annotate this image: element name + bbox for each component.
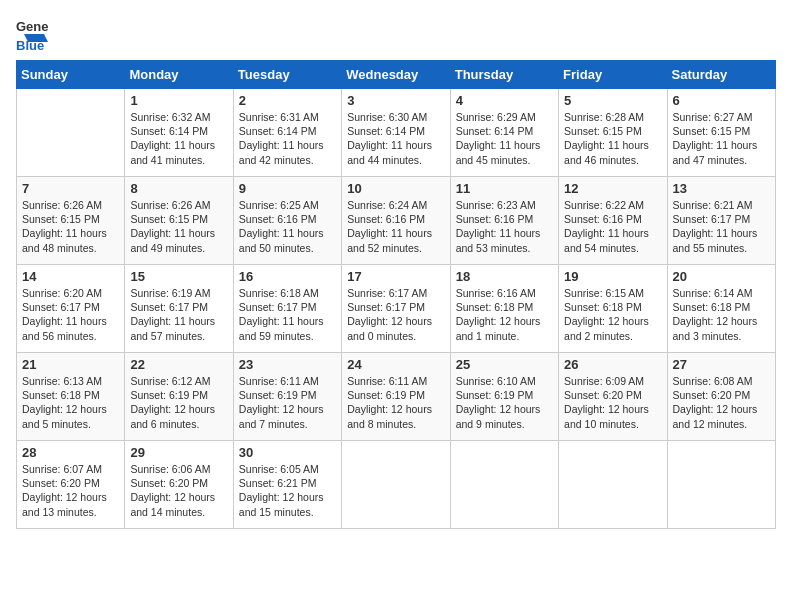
day-number: 14 bbox=[22, 269, 119, 284]
calendar-cell: 23Sunrise: 6:11 AM Sunset: 6:19 PM Dayli… bbox=[233, 353, 341, 441]
calendar-week-2: 7Sunrise: 6:26 AM Sunset: 6:15 PM Daylig… bbox=[17, 177, 776, 265]
day-number: 13 bbox=[673, 181, 770, 196]
day-info: Sunrise: 6:23 AM Sunset: 6:16 PM Dayligh… bbox=[456, 198, 553, 255]
day-info: Sunrise: 6:29 AM Sunset: 6:14 PM Dayligh… bbox=[456, 110, 553, 167]
calendar-cell: 30Sunrise: 6:05 AM Sunset: 6:21 PM Dayli… bbox=[233, 441, 341, 529]
day-info: Sunrise: 6:13 AM Sunset: 6:18 PM Dayligh… bbox=[22, 374, 119, 431]
day-info: Sunrise: 6:12 AM Sunset: 6:19 PM Dayligh… bbox=[130, 374, 227, 431]
calendar-body: 1Sunrise: 6:32 AM Sunset: 6:14 PM Daylig… bbox=[17, 89, 776, 529]
day-info: Sunrise: 6:14 AM Sunset: 6:18 PM Dayligh… bbox=[673, 286, 770, 343]
calendar-cell: 17Sunrise: 6:17 AM Sunset: 6:17 PM Dayli… bbox=[342, 265, 450, 353]
day-info: Sunrise: 6:19 AM Sunset: 6:17 PM Dayligh… bbox=[130, 286, 227, 343]
day-info: Sunrise: 6:26 AM Sunset: 6:15 PM Dayligh… bbox=[22, 198, 119, 255]
day-number: 15 bbox=[130, 269, 227, 284]
calendar-cell: 18Sunrise: 6:16 AM Sunset: 6:18 PM Dayli… bbox=[450, 265, 558, 353]
day-info: Sunrise: 6:11 AM Sunset: 6:19 PM Dayligh… bbox=[239, 374, 336, 431]
header-row: SundayMondayTuesdayWednesdayThursdayFrid… bbox=[17, 61, 776, 89]
calendar-cell: 13Sunrise: 6:21 AM Sunset: 6:17 PM Dayli… bbox=[667, 177, 775, 265]
logo: General Blue bbox=[16, 16, 48, 52]
day-info: Sunrise: 6:25 AM Sunset: 6:16 PM Dayligh… bbox=[239, 198, 336, 255]
calendar-cell bbox=[667, 441, 775, 529]
calendar-cell: 29Sunrise: 6:06 AM Sunset: 6:20 PM Dayli… bbox=[125, 441, 233, 529]
calendar-cell: 7Sunrise: 6:26 AM Sunset: 6:15 PM Daylig… bbox=[17, 177, 125, 265]
day-info: Sunrise: 6:17 AM Sunset: 6:17 PM Dayligh… bbox=[347, 286, 444, 343]
calendar-cell: 19Sunrise: 6:15 AM Sunset: 6:18 PM Dayli… bbox=[559, 265, 667, 353]
day-info: Sunrise: 6:22 AM Sunset: 6:16 PM Dayligh… bbox=[564, 198, 661, 255]
calendar-cell: 16Sunrise: 6:18 AM Sunset: 6:17 PM Dayli… bbox=[233, 265, 341, 353]
calendar-cell: 24Sunrise: 6:11 AM Sunset: 6:19 PM Dayli… bbox=[342, 353, 450, 441]
calendar-cell bbox=[450, 441, 558, 529]
day-number: 22 bbox=[130, 357, 227, 372]
day-number: 3 bbox=[347, 93, 444, 108]
day-number: 6 bbox=[673, 93, 770, 108]
calendar-cell: 2Sunrise: 6:31 AM Sunset: 6:14 PM Daylig… bbox=[233, 89, 341, 177]
day-info: Sunrise: 6:08 AM Sunset: 6:20 PM Dayligh… bbox=[673, 374, 770, 431]
calendar-cell: 10Sunrise: 6:24 AM Sunset: 6:16 PM Dayli… bbox=[342, 177, 450, 265]
day-info: Sunrise: 6:26 AM Sunset: 6:15 PM Dayligh… bbox=[130, 198, 227, 255]
day-number: 20 bbox=[673, 269, 770, 284]
calendar-cell: 21Sunrise: 6:13 AM Sunset: 6:18 PM Dayli… bbox=[17, 353, 125, 441]
calendar-cell: 25Sunrise: 6:10 AM Sunset: 6:19 PM Dayli… bbox=[450, 353, 558, 441]
day-number: 2 bbox=[239, 93, 336, 108]
day-number: 28 bbox=[22, 445, 119, 460]
day-info: Sunrise: 6:31 AM Sunset: 6:14 PM Dayligh… bbox=[239, 110, 336, 167]
day-info: Sunrise: 6:10 AM Sunset: 6:19 PM Dayligh… bbox=[456, 374, 553, 431]
svg-text:General: General bbox=[16, 19, 48, 34]
svg-text:Blue: Blue bbox=[16, 38, 44, 52]
day-number: 23 bbox=[239, 357, 336, 372]
day-info: Sunrise: 6:07 AM Sunset: 6:20 PM Dayligh… bbox=[22, 462, 119, 519]
calendar-cell: 6Sunrise: 6:27 AM Sunset: 6:15 PM Daylig… bbox=[667, 89, 775, 177]
day-info: Sunrise: 6:30 AM Sunset: 6:14 PM Dayligh… bbox=[347, 110, 444, 167]
calendar-cell: 15Sunrise: 6:19 AM Sunset: 6:17 PM Dayli… bbox=[125, 265, 233, 353]
day-number: 11 bbox=[456, 181, 553, 196]
day-number: 10 bbox=[347, 181, 444, 196]
calendar-cell: 27Sunrise: 6:08 AM Sunset: 6:20 PM Dayli… bbox=[667, 353, 775, 441]
calendar-cell: 8Sunrise: 6:26 AM Sunset: 6:15 PM Daylig… bbox=[125, 177, 233, 265]
day-number: 18 bbox=[456, 269, 553, 284]
day-number: 16 bbox=[239, 269, 336, 284]
day-number: 8 bbox=[130, 181, 227, 196]
header-cell-thursday: Thursday bbox=[450, 61, 558, 89]
calendar-cell: 1Sunrise: 6:32 AM Sunset: 6:14 PM Daylig… bbox=[125, 89, 233, 177]
day-info: Sunrise: 6:05 AM Sunset: 6:21 PM Dayligh… bbox=[239, 462, 336, 519]
calendar-week-1: 1Sunrise: 6:32 AM Sunset: 6:14 PM Daylig… bbox=[17, 89, 776, 177]
day-number: 17 bbox=[347, 269, 444, 284]
calendar-cell: 14Sunrise: 6:20 AM Sunset: 6:17 PM Dayli… bbox=[17, 265, 125, 353]
day-info: Sunrise: 6:21 AM Sunset: 6:17 PM Dayligh… bbox=[673, 198, 770, 255]
day-info: Sunrise: 6:28 AM Sunset: 6:15 PM Dayligh… bbox=[564, 110, 661, 167]
day-info: Sunrise: 6:24 AM Sunset: 6:16 PM Dayligh… bbox=[347, 198, 444, 255]
calendar-cell: 11Sunrise: 6:23 AM Sunset: 6:16 PM Dayli… bbox=[450, 177, 558, 265]
calendar-cell: 26Sunrise: 6:09 AM Sunset: 6:20 PM Dayli… bbox=[559, 353, 667, 441]
calendar-week-5: 28Sunrise: 6:07 AM Sunset: 6:20 PM Dayli… bbox=[17, 441, 776, 529]
day-number: 27 bbox=[673, 357, 770, 372]
calendar-header: SundayMondayTuesdayWednesdayThursdayFrid… bbox=[17, 61, 776, 89]
calendar-cell: 12Sunrise: 6:22 AM Sunset: 6:16 PM Dayli… bbox=[559, 177, 667, 265]
calendar-cell bbox=[342, 441, 450, 529]
logo-svg: General Blue bbox=[16, 16, 48, 52]
day-number: 24 bbox=[347, 357, 444, 372]
calendar-cell: 20Sunrise: 6:14 AM Sunset: 6:18 PM Dayli… bbox=[667, 265, 775, 353]
header-cell-saturday: Saturday bbox=[667, 61, 775, 89]
calendar-cell bbox=[17, 89, 125, 177]
day-info: Sunrise: 6:11 AM Sunset: 6:19 PM Dayligh… bbox=[347, 374, 444, 431]
calendar-week-4: 21Sunrise: 6:13 AM Sunset: 6:18 PM Dayli… bbox=[17, 353, 776, 441]
day-number: 12 bbox=[564, 181, 661, 196]
day-number: 30 bbox=[239, 445, 336, 460]
calendar-cell: 3Sunrise: 6:30 AM Sunset: 6:14 PM Daylig… bbox=[342, 89, 450, 177]
calendar-cell: 4Sunrise: 6:29 AM Sunset: 6:14 PM Daylig… bbox=[450, 89, 558, 177]
calendar-cell bbox=[559, 441, 667, 529]
day-info: Sunrise: 6:06 AM Sunset: 6:20 PM Dayligh… bbox=[130, 462, 227, 519]
day-number: 21 bbox=[22, 357, 119, 372]
day-number: 25 bbox=[456, 357, 553, 372]
day-info: Sunrise: 6:27 AM Sunset: 6:15 PM Dayligh… bbox=[673, 110, 770, 167]
day-number: 29 bbox=[130, 445, 227, 460]
day-info: Sunrise: 6:20 AM Sunset: 6:17 PM Dayligh… bbox=[22, 286, 119, 343]
day-info: Sunrise: 6:15 AM Sunset: 6:18 PM Dayligh… bbox=[564, 286, 661, 343]
day-number: 26 bbox=[564, 357, 661, 372]
header-cell-tuesday: Tuesday bbox=[233, 61, 341, 89]
calendar-cell: 22Sunrise: 6:12 AM Sunset: 6:19 PM Dayli… bbox=[125, 353, 233, 441]
day-info: Sunrise: 6:32 AM Sunset: 6:14 PM Dayligh… bbox=[130, 110, 227, 167]
day-number: 1 bbox=[130, 93, 227, 108]
day-number: 19 bbox=[564, 269, 661, 284]
calendar-cell: 28Sunrise: 6:07 AM Sunset: 6:20 PM Dayli… bbox=[17, 441, 125, 529]
